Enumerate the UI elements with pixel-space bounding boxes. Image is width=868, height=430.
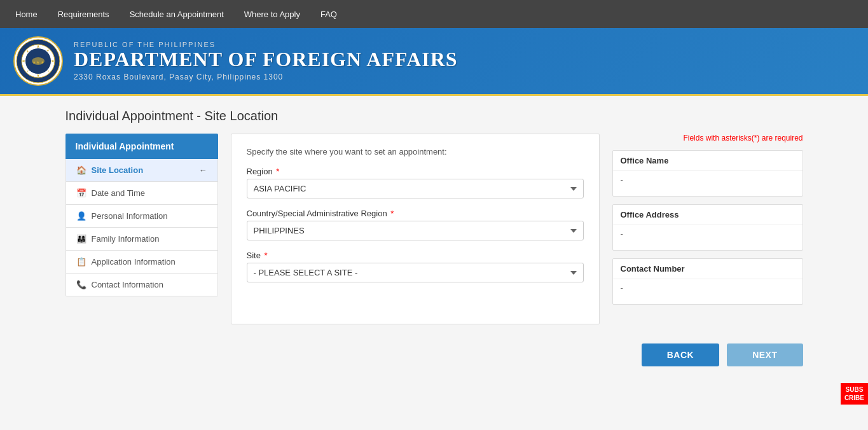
home-icon: 🏠 [76, 165, 86, 175]
nav-faq[interactable]: FAQ [318, 2, 340, 27]
sidebar-item-app-info[interactable]: 📋 Application Information [65, 251, 218, 274]
sidebar-label-family-info: Family Information [92, 234, 160, 244]
office-address-label: Office Address [613, 205, 803, 225]
sidebar-label-app-info: Application Information [92, 257, 176, 267]
person-icon: 👤 [76, 211, 86, 221]
nav-where[interactable]: Where to Apply [242, 2, 303, 27]
clipboard-icon: 📋 [76, 257, 86, 267]
country-select[interactable]: PHILIPPINES JAPAN UNITED STATES CANADA A… [247, 221, 584, 240]
nav-schedule[interactable]: Schedule an Appointment [127, 2, 226, 27]
region-select[interactable]: ASIA PACIFIC AMERICAS EUROPE MIDDLE EAST… [247, 179, 584, 198]
form-area: Specify the site where you want to set a… [231, 134, 600, 324]
contact-number-label: Contact Number [613, 259, 803, 279]
arrow-icon: ← [199, 165, 207, 175]
next-button[interactable]: NEXT [727, 343, 803, 366]
office-name-label: Office Name [613, 151, 803, 170]
office-address-value: - [613, 225, 803, 250]
site-group: Site * - PLEASE SELECT A SITE - DFA ASEA… [247, 251, 584, 282]
nav-requirements[interactable]: Requirements [55, 2, 112, 27]
top-navigation: Home Requirements Schedule an Appointmen… [0, 0, 868, 28]
site-label: Site * [247, 251, 584, 260]
contact-number-value: - [613, 279, 803, 304]
site-header: ★ ★ ★ Republic of the Philippines DEPART… [0, 28, 868, 96]
page-content: Individual Appointment - Site Location I… [53, 96, 816, 379]
department-address: 2330 Roxas Boulevard, Pasay City, Philip… [74, 73, 458, 81]
contact-number-box: Contact Number - [612, 258, 803, 305]
family-icon: 👨‍👩‍👧 [76, 234, 86, 244]
sidebar-label-date-time: Date and Time [92, 188, 146, 198]
sidebar-label-personal-info: Personal Information [92, 211, 168, 221]
page-title: Individual Appointment - Site Location [65, 109, 803, 123]
phone-icon: 📞 [76, 280, 86, 289]
country-label: Country/Special Administrative Region * [247, 209, 584, 218]
sidebar-item-personal-info[interactable]: 👤 Personal Information [65, 205, 218, 228]
sidebar-item-contact-info[interactable]: 📞 Contact Information [65, 274, 218, 296]
form-instruction: Specify the site where you want to set a… [247, 147, 584, 156]
info-panel: Fields with asterisks(*) are required Of… [612, 134, 803, 312]
office-name-value: - [613, 170, 803, 196]
header-text-block: Republic of the Philippines DEPARTMENT O… [74, 41, 458, 81]
office-name-box: Office Name - [612, 150, 803, 197]
department-name: DEPARTMENT OF FOREIGN AFFAIRS [74, 48, 458, 71]
region-group: Region * ASIA PACIFIC AMERICAS EUROPE MI… [247, 167, 584, 198]
svg-point-13 [32, 57, 45, 65]
main-layout: Individual Appointment 🏠 Site Location ←… [65, 134, 803, 324]
sidebar-label-contact-info: Contact Information [92, 280, 163, 289]
sidebar-item-family-info[interactable]: 👨‍👩‍👧 Family Information [65, 228, 218, 251]
button-row: BACK NEXT [65, 343, 803, 366]
back-button[interactable]: BACK [642, 343, 719, 366]
site-select[interactable]: - PLEASE SELECT A SITE - DFA ASEANA DFA … [247, 263, 584, 282]
sidebar-label-site-location: Site Location [92, 165, 144, 175]
country-group: Country/Special Administrative Region * … [247, 209, 584, 240]
dfa-logo: ★ ★ ★ [13, 36, 64, 87]
sidebar-item-date-time[interactable]: 📅 Date and Time [65, 182, 218, 205]
calendar-icon: 📅 [76, 188, 86, 198]
sidebar-item-site-location[interactable]: 🏠 Site Location ← [65, 159, 218, 182]
nav-home[interactable]: Home [13, 2, 40, 27]
required-note: Fields with asterisks(*) are required [612, 134, 803, 142]
office-address-box: Office Address - [612, 204, 803, 251]
sidebar: Individual Appointment 🏠 Site Location ←… [65, 134, 218, 296]
sidebar-header: Individual Appointment [65, 134, 218, 159]
region-label: Region * [247, 167, 584, 176]
